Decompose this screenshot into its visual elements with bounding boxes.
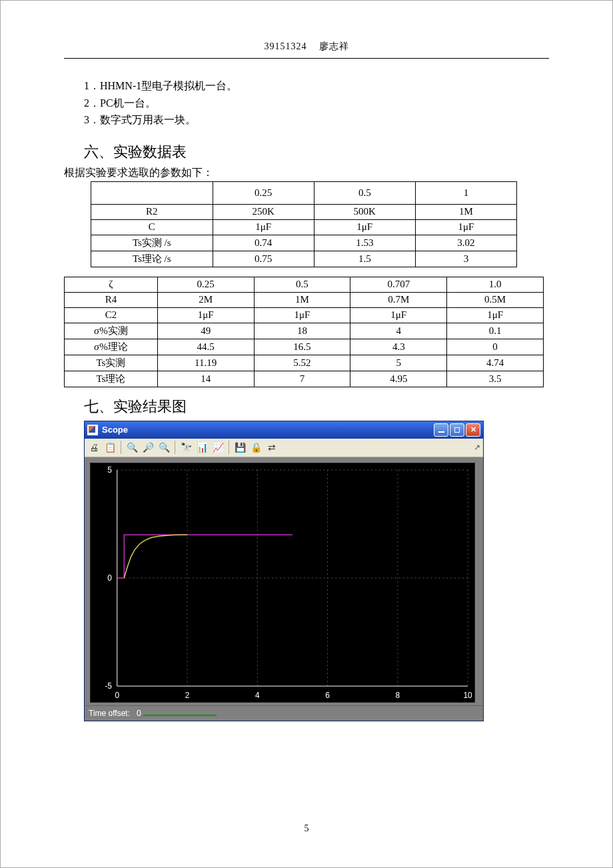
params-icon[interactable]: 📋 bbox=[103, 441, 117, 454]
table-row: Ts实测 /s0.741.533.02 bbox=[91, 235, 517, 251]
table-row: R2250K500K1M bbox=[91, 204, 517, 219]
list-item: 2．PC机一台。 bbox=[84, 95, 549, 112]
minimize-button[interactable] bbox=[434, 423, 448, 437]
save-axes-icon[interactable]: 📊 bbox=[195, 441, 209, 454]
list-item: 3．数字式万用表一块。 bbox=[84, 111, 549, 129]
svg-text:0: 0 bbox=[115, 691, 119, 700]
table-row: Ts实测11.195.5254.74 bbox=[65, 355, 544, 371]
table-row: σ%理论44.516.54.30 bbox=[65, 339, 544, 355]
separator bbox=[175, 441, 175, 454]
scope-window: Scope ✕ 🖨 📋 🔍 🔎 🔍 🔭 📊 📈 💾 🔒 ⇄ ↗ bbox=[84, 421, 484, 721]
status-bar: Time offset: 0 bbox=[85, 705, 483, 721]
zoom-y-icon[interactable]: 🔍 bbox=[157, 441, 171, 454]
svg-text:8: 8 bbox=[395, 691, 400, 700]
status-value: 0 bbox=[137, 709, 141, 718]
svg-text:6: 6 bbox=[325, 691, 330, 700]
section-6-subhead: 根据实验要求选取的参数如下： bbox=[64, 166, 549, 180]
table-1: 0.250.51 R2250K500K1M C1μF1μF1μF Ts实测 /s… bbox=[91, 181, 517, 267]
autoscale-icon[interactable]: 🔭 bbox=[179, 441, 193, 454]
page-header: 39151324 廖志祥 bbox=[64, 41, 549, 53]
lock-icon[interactable]: 🔒 bbox=[249, 441, 263, 454]
header-rule bbox=[64, 58, 549, 59]
matlab-icon bbox=[87, 425, 98, 435]
table-row: Ts理论1474.953.5 bbox=[65, 371, 544, 387]
table-row: C1μF1μF1μF bbox=[91, 219, 517, 235]
svg-text:5: 5 bbox=[107, 465, 112, 475]
svg-text:0: 0 bbox=[107, 573, 112, 583]
dock-icon[interactable]: ↗ bbox=[474, 443, 480, 452]
toolbar: 🖨 📋 🔍 🔎 🔍 🔭 📊 📈 💾 🔒 ⇄ ↗ bbox=[85, 439, 483, 457]
svg-text:-5: -5 bbox=[105, 681, 112, 691]
zoom-x-icon[interactable]: 🔎 bbox=[141, 441, 155, 454]
signal-icon[interactable]: ⇄ bbox=[265, 441, 279, 454]
equipment-list: 1．HHMN-1型电子模拟机一台。 2．PC机一台。 3．数字式万用表一块。 bbox=[64, 77, 549, 129]
print-icon[interactable]: 🖨 bbox=[87, 441, 101, 454]
table-row: ζ0.250.50.7071.0 bbox=[65, 277, 544, 292]
table-2: ζ0.250.50.7071.0 R42M1M0.7M0.5M C21μF1μF… bbox=[64, 277, 544, 387]
scope-plot[interactable]: 0246810-505 bbox=[90, 463, 475, 703]
section-6-title: 六、实验数据表 bbox=[84, 142, 549, 162]
section-7-title: 七、实验结果图 bbox=[84, 397, 549, 417]
table-row: C21μF1μF1μF1μF bbox=[65, 307, 544, 323]
close-button[interactable]: ✕ bbox=[466, 423, 480, 437]
separator bbox=[229, 441, 229, 454]
titlebar[interactable]: Scope ✕ bbox=[85, 421, 483, 439]
status-underline bbox=[143, 715, 217, 716]
table-row: σ%实测491840.1 bbox=[65, 323, 544, 339]
header-name: 廖志祥 bbox=[319, 41, 349, 51]
page-number: 5 bbox=[1, 823, 612, 834]
table-row: 0.250.51 bbox=[91, 181, 517, 204]
zoom-in-icon[interactable]: 🔍 bbox=[125, 441, 139, 454]
svg-text:10: 10 bbox=[463, 691, 472, 700]
table-row: Ts理论 /s0.751.53 bbox=[91, 251, 517, 267]
svg-text:4: 4 bbox=[255, 691, 260, 700]
status-label: Time offset: bbox=[89, 709, 130, 718]
separator bbox=[121, 441, 121, 454]
maximize-button[interactable] bbox=[450, 423, 464, 437]
restore-axes-icon[interactable]: 📈 bbox=[211, 441, 225, 454]
floating-icon[interactable]: 💾 bbox=[233, 441, 247, 454]
window-title: Scope bbox=[102, 425, 434, 435]
table-row: R42M1M0.7M0.5M bbox=[65, 292, 544, 307]
header-id: 39151324 bbox=[265, 41, 307, 51]
list-item: 1．HHMN-1型电子模拟机一台。 bbox=[84, 77, 549, 95]
svg-text:2: 2 bbox=[185, 691, 190, 700]
chart-svg: 0246810-505 bbox=[91, 463, 474, 702]
plot-area: 0246810-505 bbox=[85, 457, 483, 705]
